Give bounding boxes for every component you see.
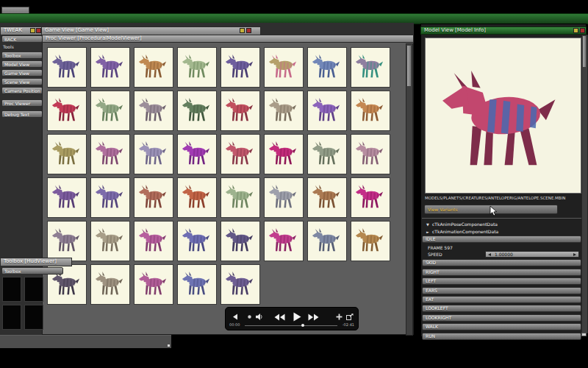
model-view-titlebar[interactable]: Model View [Model Info] (420, 26, 587, 35)
collapsed-arrow-icon[interactable]: ► (426, 228, 432, 236)
creature-thumbnail[interactable] (90, 47, 130, 88)
anim-section-right[interactable]: RIGHT (422, 269, 581, 276)
creature-thumbnail[interactable] (134, 264, 173, 305)
speaker-icon[interactable] (256, 314, 263, 320)
model-viewport[interactable] (425, 38, 581, 194)
sidebar-item-scene-view[interactable]: Scene View (1, 78, 43, 85)
creature-thumbnail[interactable] (134, 177, 173, 218)
creature-thumbnail[interactable] (220, 264, 260, 305)
expanded-arrow-icon[interactable]: ▼ (426, 221, 432, 228)
creature-thumbnail[interactable] (264, 177, 304, 218)
proc-viewer-titlebar[interactable]: Proc Viewer [ProceduralModelViewer] (42, 35, 414, 43)
toolbox-slot[interactable] (2, 305, 21, 330)
anim-section-lookleft[interactable]: LOOKLEFT (422, 305, 581, 312)
creature-thumbnail[interactable] (177, 91, 217, 131)
anim-section-eat[interactable]: EAT (422, 296, 581, 303)
anim-section-run[interactable]: RUN (422, 333, 581, 340)
creature-thumbnail[interactable] (264, 134, 304, 174)
timeline-playhead[interactable] (301, 324, 304, 327)
play-icon[interactable] (293, 312, 301, 322)
creature-thumbnail[interactable] (177, 134, 217, 174)
creature-thumbnail[interactable] (90, 264, 130, 305)
creature-thumbnail[interactable] (177, 221, 217, 261)
spinner-decrement-icon[interactable] (488, 253, 491, 256)
spinner-increment-icon[interactable] (573, 253, 576, 256)
creature-thumbnail[interactable] (47, 91, 87, 131)
grid-scrollbar-thumb[interactable] (407, 46, 411, 86)
toolbox-slot[interactable] (24, 277, 43, 302)
creature-thumbnail[interactable] (307, 221, 347, 261)
creature-thumbnail[interactable] (177, 47, 217, 88)
panel-scrollbar-thumb[interactable] (583, 36, 586, 67)
sidebar-item-game-view[interactable]: Game View (1, 69, 43, 77)
creature-thumbnail[interactable] (220, 221, 260, 261)
volume-icon[interactable] (336, 314, 343, 320)
minimize-button[interactable] (573, 28, 578, 33)
tree-node-ctkanimationcomponentdata[interactable]: ►cTkAnimationComponentData (426, 228, 581, 236)
creature-thumbnail[interactable] (220, 91, 260, 131)
sidebar-item-camera-position[interactable]: Camera Position (1, 87, 43, 94)
creature-thumbnail[interactable] (90, 221, 130, 261)
toolbox-header-button[interactable]: Toolbox (1, 267, 63, 275)
creature-thumbnail[interactable] (90, 177, 130, 218)
creature-thumbnail[interactable] (47, 134, 87, 174)
creature-thumbnail[interactable] (134, 134, 173, 174)
creature-thumbnail[interactable] (220, 134, 260, 174)
toolbox-slot[interactable] (2, 277, 21, 302)
sidebar-item-toolbox[interactable]: Toolbox (1, 52, 43, 59)
creature-thumbnail[interactable] (307, 91, 347, 131)
back-button[interactable]: BACK (1, 35, 43, 43)
creature-thumbnail[interactable] (264, 91, 304, 131)
anim-section-left[interactable]: LEFT (422, 277, 581, 285)
creature-thumbnail[interactable] (307, 177, 347, 218)
creature-thumbnail[interactable] (351, 177, 390, 218)
close-button[interactable] (36, 28, 41, 33)
minimize-button[interactable] (240, 28, 245, 33)
creature-thumbnail[interactable] (264, 47, 304, 88)
creature-thumbnail[interactable] (220, 47, 260, 88)
rewind-icon[interactable] (274, 314, 285, 321)
anim-section-idle[interactable]: IDLE (422, 236, 581, 243)
creature-thumbnail[interactable] (307, 47, 347, 88)
sidebar-item-debug-text[interactable]: Debug Text (1, 110, 43, 118)
sidebar-item-proc-viewer[interactable]: Proc Viewer (1, 99, 43, 107)
creature-thumbnail[interactable] (90, 134, 130, 174)
resize-grip[interactable] (168, 344, 170, 347)
speed-spinner[interactable]: 1.00000 (485, 251, 579, 258)
creature-thumbnail[interactable] (90, 91, 130, 131)
creature-thumbnail[interactable] (351, 134, 390, 174)
close-button[interactable] (580, 28, 585, 33)
creature-thumbnail[interactable] (47, 221, 87, 261)
close-button[interactable] (246, 28, 251, 33)
tree-node-ctkanimposecomponentdata[interactable]: ▼cTkAnimPoseComponentData (426, 221, 581, 228)
creature-thumbnail[interactable] (264, 221, 304, 261)
creature-3d-model[interactable] (434, 71, 573, 180)
anim-section-walk[interactable]: WALK (422, 323, 581, 330)
creature-thumbnail[interactable] (134, 47, 173, 88)
anim-section-skid[interactable]: SKID (422, 259, 581, 266)
external-icon[interactable] (346, 314, 354, 320)
skip-back-icon[interactable] (232, 314, 238, 320)
creature-thumbnail[interactable] (351, 221, 390, 261)
creature-thumbnail[interactable] (134, 221, 173, 261)
minimize-button[interactable] (30, 28, 35, 33)
sidebar-item-model-view[interactable]: Model View (1, 60, 43, 68)
panel-resize-grip[interactable] (581, 333, 587, 336)
anim-section-lookright[interactable]: LOOKRIGHT (422, 314, 581, 322)
fast-forward-icon[interactable] (308, 314, 319, 321)
record-icon[interactable] (248, 315, 251, 319)
creature-thumbnail[interactable] (134, 91, 173, 131)
creature-thumbnail[interactable] (220, 177, 260, 218)
creature-thumbnail[interactable] (177, 264, 217, 305)
toolbox-window-titlebar[interactable]: Toolbox [HudViewer] (0, 258, 72, 266)
creature-thumbnail[interactable] (47, 47, 87, 88)
anim-section-ears[interactable]: EARS (422, 287, 581, 294)
timeline-track[interactable] (245, 325, 337, 326)
grid-scrollbar[interactable] (406, 43, 413, 336)
creature-thumbnail[interactable] (307, 134, 347, 174)
toolbox-slot[interactable] (24, 305, 43, 330)
creature-thumbnail[interactable] (351, 91, 390, 131)
panel-scrollbar[interactable] (581, 35, 588, 333)
creature-thumbnail[interactable] (177, 177, 217, 218)
creature-thumbnail[interactable] (351, 47, 390, 88)
